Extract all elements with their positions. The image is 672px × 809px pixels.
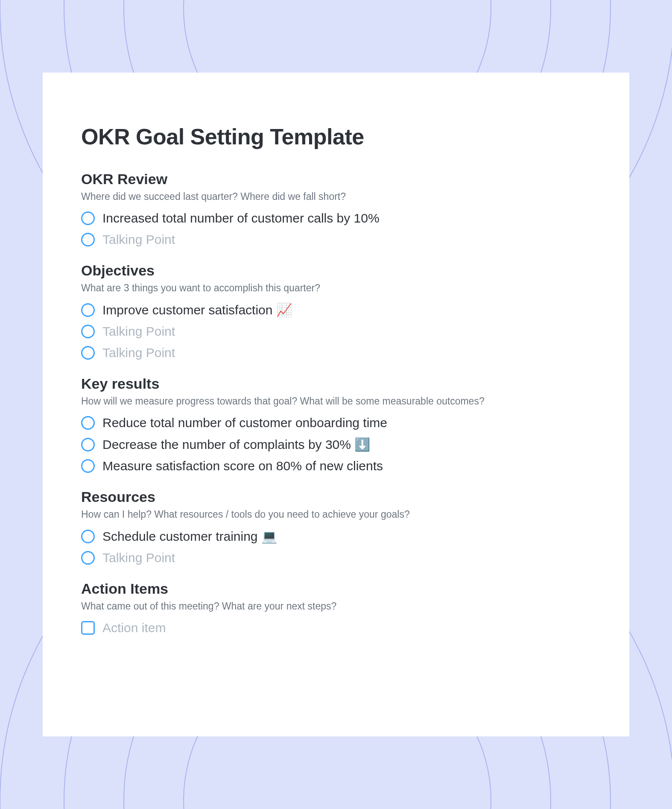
list-item[interactable]: Talking Point xyxy=(81,232,591,247)
list-item[interactable]: Improve customer satisfaction 📈 xyxy=(81,302,591,317)
list-item-text[interactable]: Schedule customer training 💻 xyxy=(102,529,277,544)
radio-icon[interactable] xyxy=(81,211,95,225)
section-header: Key results xyxy=(81,375,591,392)
list-item[interactable]: Talking Point xyxy=(81,551,591,565)
list-item-text[interactable]: Talking Point xyxy=(102,232,175,247)
section-description: How can I help? What resources / tools d… xyxy=(81,509,591,520)
list-item-text[interactable]: Talking Point xyxy=(102,324,175,339)
section-description: How will we measure progress towards tha… xyxy=(81,396,591,407)
section: ObjectivesWhat are 3 things you want to … xyxy=(81,262,591,360)
list-item-text[interactable]: Decrease the number of complaints by 30%… xyxy=(102,437,370,452)
list-item-text[interactable]: Action item xyxy=(102,621,166,635)
section-description: Where did we succeed last quarter? Where… xyxy=(81,191,591,202)
section: Action ItemsWhat came out of this meetin… xyxy=(81,580,591,635)
template-card: OKR Goal Setting Template OKR ReviewWher… xyxy=(43,73,629,736)
radio-icon[interactable] xyxy=(81,459,95,473)
radio-icon[interactable] xyxy=(81,416,95,430)
radio-icon[interactable] xyxy=(81,233,95,246)
section-header: Action Items xyxy=(81,580,591,597)
section-description: What came out of this meeting? What are … xyxy=(81,601,591,612)
list-item-text[interactable]: Improve customer satisfaction 📈 xyxy=(102,302,292,317)
list-item[interactable]: Talking Point xyxy=(81,346,591,360)
list-item[interactable]: Reduce total number of customer onboardi… xyxy=(81,416,591,430)
list-item[interactable]: Talking Point xyxy=(81,324,591,339)
list-item[interactable]: Action item xyxy=(81,621,591,635)
section-header: Resources xyxy=(81,489,591,505)
list-item-text[interactable]: Talking Point xyxy=(102,551,175,565)
list-item-text[interactable]: Reduce total number of customer onboardi… xyxy=(102,416,387,430)
section: OKR ReviewWhere did we succeed last quar… xyxy=(81,171,591,247)
section: ResourcesHow can I help? What resources … xyxy=(81,489,591,565)
list-item[interactable]: Increased total number of customer calls… xyxy=(81,211,591,226)
list-item[interactable]: Decrease the number of complaints by 30%… xyxy=(81,437,591,452)
page-title: OKR Goal Setting Template xyxy=(81,124,591,149)
radio-icon[interactable] xyxy=(81,346,95,360)
checkbox-icon[interactable] xyxy=(81,621,95,635)
section-description: What are 3 things you want to accomplish… xyxy=(81,282,591,294)
section: Key resultsHow will we measure progress … xyxy=(81,375,591,473)
radio-icon[interactable] xyxy=(81,325,95,338)
section-header: OKR Review xyxy=(81,171,591,188)
radio-icon[interactable] xyxy=(81,551,95,565)
list-item[interactable]: Schedule customer training 💻 xyxy=(81,529,591,544)
radio-icon[interactable] xyxy=(81,438,95,451)
section-header: Objectives xyxy=(81,262,591,279)
list-item[interactable]: Measure satisfaction score on 80% of new… xyxy=(81,459,591,473)
list-item-text[interactable]: Measure satisfaction score on 80% of new… xyxy=(102,459,383,473)
list-item-text[interactable]: Increased total number of customer calls… xyxy=(102,211,380,226)
list-item-text[interactable]: Talking Point xyxy=(102,346,175,360)
radio-icon[interactable] xyxy=(81,303,95,317)
radio-icon[interactable] xyxy=(81,530,95,543)
